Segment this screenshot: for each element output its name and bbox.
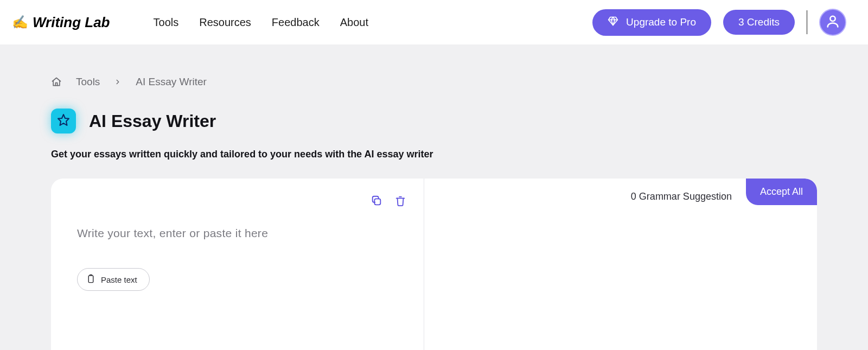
breadcrumb-tools[interactable]: Tools — [76, 76, 100, 88]
app-header: ✍️ Writing Lab Tools Resources Feedback … — [0, 0, 868, 44]
home-icon[interactable] — [51, 77, 62, 87]
svg-rect-3 — [88, 276, 93, 283]
nav-tools[interactable]: Tools — [154, 16, 179, 29]
chevron-right-icon — [114, 78, 122, 86]
nav-resources[interactable]: Resources — [199, 16, 251, 29]
input-actions — [77, 194, 407, 209]
title-row: AI Essay Writer — [51, 109, 817, 133]
page-subtitle: Get your essays written quickly and tail… — [51, 149, 817, 160]
input-placeholder[interactable]: Write your text, enter or paste it here — [77, 227, 407, 240]
credits-label: 3 Credits — [738, 16, 780, 28]
suggestions-header: 0 Grammar Suggestion Accept All — [424, 188, 817, 205]
credits-button[interactable]: 3 Credits — [723, 10, 795, 35]
diamond-icon — [608, 16, 618, 29]
star-icon — [57, 113, 70, 129]
trash-icon — [394, 195, 406, 208]
delete-button[interactable] — [393, 194, 407, 209]
page-title: AI Essay Writer — [89, 111, 216, 131]
paste-text-button[interactable]: Paste text — [77, 268, 150, 291]
divider — [807, 10, 807, 34]
accept-all-button[interactable]: Accept All — [746, 179, 817, 205]
upgrade-label: Upgrade to Pro — [626, 16, 696, 28]
avatar[interactable] — [819, 9, 846, 36]
paste-text-label: Paste text — [101, 275, 137, 284]
user-icon — [825, 14, 840, 31]
svg-rect-2 — [374, 199, 380, 205]
nav-about[interactable]: About — [340, 16, 368, 29]
page-body: Tools AI Essay Writer AI Essay Writer Ge… — [0, 44, 868, 350]
upgrade-button[interactable]: Upgrade to Pro — [592, 9, 711, 36]
logo[interactable]: ✍️ Writing Lab — [12, 14, 110, 31]
copy-button[interactable] — [369, 194, 384, 209]
clipboard-icon — [86, 274, 95, 285]
title-badge — [51, 109, 76, 133]
breadcrumb-current: AI Essay Writer — [136, 76, 207, 88]
header-right: Upgrade to Pro 3 Credits — [592, 9, 846, 36]
copy-icon — [371, 195, 382, 208]
breadcrumb: Tools AI Essay Writer — [51, 44, 817, 88]
main-nav: Tools Resources Feedback About — [154, 16, 368, 29]
editor: Write your text, enter or paste it here … — [51, 179, 817, 350]
input-pane: Write your text, enter or paste it here … — [51, 179, 424, 350]
svg-marker-1 — [58, 114, 69, 125]
suggestion-count: 0 Grammar Suggestion — [631, 191, 732, 202]
svg-point-0 — [830, 16, 835, 21]
logo-text: Writing Lab — [33, 14, 110, 31]
nav-feedback[interactable]: Feedback — [272, 16, 320, 29]
writing-hand-icon: ✍️ — [12, 15, 28, 30]
suggestions-pane: 0 Grammar Suggestion Accept All — [424, 179, 817, 350]
